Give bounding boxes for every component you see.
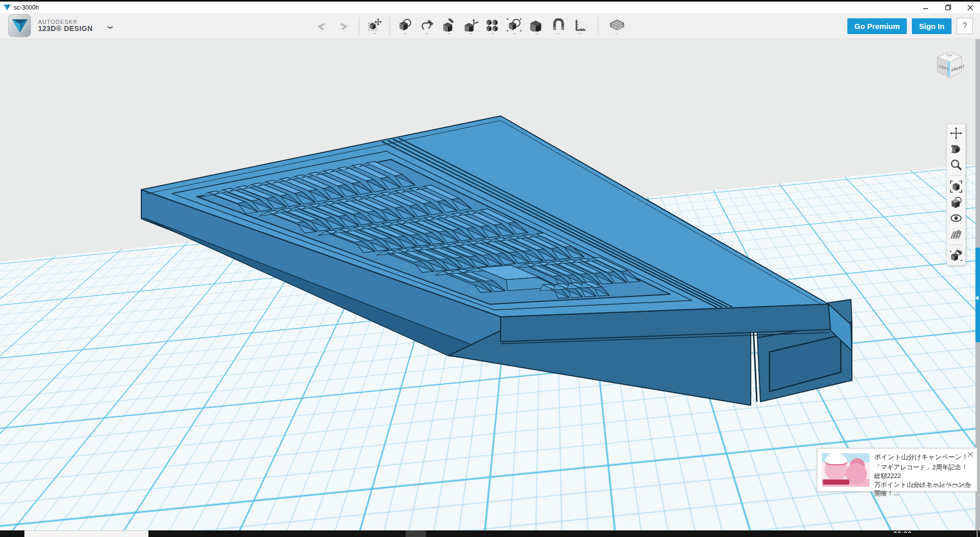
redo-button[interactable] <box>333 14 355 38</box>
fit-icon[interactable] <box>950 181 962 193</box>
construct-tool-button[interactable]: ⌄ <box>438 14 460 38</box>
minimize-button[interactable] <box>920 3 931 12</box>
modify-tool-button[interactable]: ⌄ <box>460 14 481 38</box>
player-bar-segment[interactable] <box>24 530 148 537</box>
title-bar: sc-3000h <box>0 2 980 13</box>
go-premium-button[interactable]: Go Premium <box>847 18 907 34</box>
player-bar-tick <box>976 530 978 537</box>
app-menu-chevron-icon[interactable]: ⌄ <box>105 21 115 31</box>
ad-source-label: DMM GAME PLAYER <box>911 483 972 489</box>
material-outline-icon[interactable] <box>950 250 962 262</box>
ad-popup: ✕ ポイント山分けキャンペーン！ 「マギアレコード」2周年記念！総額2222 万… <box>817 448 977 492</box>
undo-button[interactable] <box>311 14 333 38</box>
app-logo-icon <box>8 14 31 37</box>
flyout-panel-tab[interactable] <box>975 248 980 342</box>
combine-tool-button[interactable]: ⌄ <box>525 14 547 38</box>
primitives-tool-button[interactable]: ⌄ <box>394 14 416 38</box>
transform-tool-button[interactable]: ⌄ <box>363 14 385 38</box>
bottom-player-bar: 00:00 <box>0 530 980 537</box>
sketch-tool-button[interactable]: ⌄ <box>416 14 438 38</box>
grid-visibility-icon[interactable] <box>950 228 962 240</box>
pan-icon[interactable] <box>950 127 962 139</box>
nav-separator <box>951 245 962 245</box>
navigation-toolbar <box>946 124 966 265</box>
ad-image[interactable] <box>822 453 870 487</box>
app-header: AUTODESK® 123D® DESIGN ⌄ ⌄ ⌄ ⌄ ⌄ ⌄ <box>0 13 980 39</box>
orbit-icon[interactable] <box>950 143 962 155</box>
hide-icon[interactable] <box>950 212 962 224</box>
material-tool-button[interactable]: ⌄ <box>605 14 627 38</box>
pattern-tool-button[interactable]: ⌄ <box>481 14 503 38</box>
main-toolbar: ⌄ ⌄ ⌄ ⌄ ⌄ ⌄ ⌄ <box>311 13 627 39</box>
flyout-arrow-icon <box>975 295 978 301</box>
close-button[interactable] <box>965 3 976 12</box>
sign-in-button[interactable]: Sign In <box>912 18 952 34</box>
help-button[interactable]: ? <box>957 18 973 34</box>
toolbar-separator <box>389 17 390 35</box>
grouping-tool-button[interactable]: ⌄ <box>503 14 525 38</box>
brand: AUTODESK® 123D® DESIGN ⌄ <box>8 14 114 37</box>
document-title: sc-3000h <box>14 4 39 11</box>
toolbar-separator <box>598 17 598 35</box>
nav-separator <box>951 175 962 176</box>
app-window: sc-3000h <box>0 0 980 537</box>
restore-button[interactable] <box>942 3 954 12</box>
ad-title[interactable]: ポイント山分けキャンペーン！ <box>874 453 968 462</box>
toolbar-separator <box>359 17 359 35</box>
brand-123d-label: 123D® DESIGN <box>38 25 93 33</box>
player-timestamp: 00:00 <box>894 530 912 533</box>
app-icon <box>4 4 11 11</box>
measure-tool-button[interactable]: ⌄ <box>569 14 591 38</box>
view-cube[interactable]: TOP LEFT FRONT <box>933 48 966 83</box>
snap-tool-button[interactable]: ⌄ <box>547 14 569 38</box>
ad-body[interactable]: 「マギアレコード」2周年記念！総額2222 万ポイント山分けキャンペーンを開催！… <box>874 463 974 498</box>
player-scrubber[interactable] <box>406 530 426 537</box>
zoom-icon[interactable] <box>950 159 962 171</box>
shade-icon[interactable] <box>950 196 962 208</box>
